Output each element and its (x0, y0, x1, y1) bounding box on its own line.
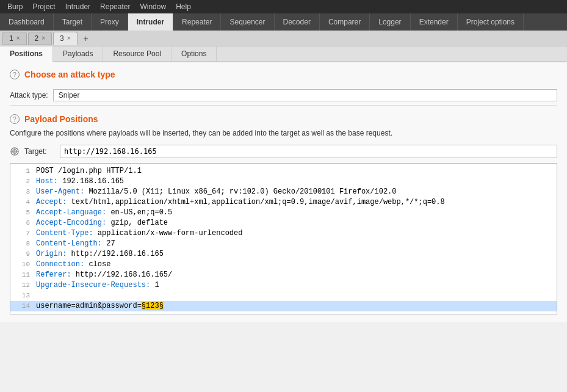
payload-positions-header: ? Payload Positions (10, 114, 557, 124)
table-row: 4 Accept: text/html,application/xhtml+xm… (10, 197, 557, 208)
tab-intruder[interactable]: Intruder (128, 13, 173, 31)
add-tab-button[interactable]: + (79, 32, 93, 45)
attack-type-section-header: ? Choose an attack type (10, 70, 557, 79)
main-content: ? Choose an attack type Attack type: ? P… (0, 62, 567, 322)
payload-positions-description: Configure the positions where payloads w… (10, 129, 557, 137)
menu-help[interactable]: Help (171, 1, 196, 12)
target-input[interactable] (60, 145, 557, 158)
tab-proxy[interactable]: Proxy (92, 13, 128, 31)
sub-tab-2[interactable]: 2 × (28, 32, 52, 45)
table-row: 7 Content-Type: application/x-www-form-u… (10, 228, 557, 239)
table-row: 14 username=admin&password=§123§ (10, 301, 557, 311)
menu-project[interactable]: Project (27, 1, 60, 12)
table-row: 8 Content-Length: 27 (10, 239, 557, 249)
attack-type-row: Attack type: (10, 85, 557, 106)
table-row: 6 Accept-Encoding: gzip, deflate (10, 218, 557, 228)
target-label: Target: (24, 147, 55, 156)
close-tab-2[interactable]: × (42, 35, 45, 42)
target-row: Target: (10, 145, 557, 158)
menu-repeater[interactable]: Repeater (95, 1, 135, 12)
menu-burp[interactable]: Burp (2, 1, 27, 12)
main-tab-bar: Dashboard Target Proxy Intruder Repeater… (0, 13, 567, 31)
tab-resource-pool[interactable]: Resource Pool (103, 46, 172, 61)
tab-sequencer[interactable]: Sequencer (221, 13, 274, 31)
table-row: 13 (10, 291, 557, 301)
sub-tab-1[interactable]: 1 × (2, 32, 27, 45)
section-tab-bar: Positions Payloads Resource Pool Options (0, 46, 567, 62)
payload-positions-help-icon[interactable]: ? (10, 114, 20, 124)
attack-type-help-icon[interactable]: ? (10, 70, 20, 79)
tab-positions[interactable]: Positions (0, 46, 53, 62)
tab-target[interactable]: Target (54, 13, 92, 31)
tab-payloads[interactable]: Payloads (53, 46, 103, 61)
payload-marker: §123§ (142, 302, 164, 310)
close-tab-3[interactable]: × (67, 35, 71, 42)
table-row: 1 POST /login.php HTTP/1.1 (10, 166, 557, 176)
menu-bar: Burp Project Intruder Repeater Window He… (0, 0, 567, 13)
table-row: 11 Referer: http://192.168.16.165/ (10, 270, 557, 280)
menu-intruder[interactable]: Intruder (60, 1, 95, 12)
attack-type-input[interactable] (53, 89, 557, 101)
sub-tab-3[interactable]: 3 × (53, 32, 78, 45)
menu-window[interactable]: Window (135, 1, 171, 12)
attack-type-label: Attack type: (10, 91, 48, 100)
table-row: 5 Accept-Language: en-US,en;q=0.5 (10, 208, 557, 218)
tab-decoder[interactable]: Decoder (275, 13, 320, 31)
table-row: 10 Connection: close (10, 260, 557, 270)
close-tab-1[interactable]: × (16, 35, 20, 42)
tab-dashboard[interactable]: Dashboard (0, 13, 54, 31)
request-editor[interactable]: 1 POST /login.php HTTP/1.1 2 Host: 192.1… (10, 163, 557, 314)
tab-logger[interactable]: Logger (370, 13, 410, 31)
attack-type-title: Choose an attack type (24, 70, 115, 79)
table-row: 12 Upgrade-Insecure-Requests: 1 (10, 280, 557, 291)
table-row: 2 Host: 192.168.16.165 (10, 176, 557, 187)
tab-extender[interactable]: Extender (411, 13, 458, 31)
sub-tab-bar: 1 × 2 × 3 × + (0, 31, 567, 46)
table-row: 3 User-Agent: Mozilla/5.0 (X11; Linux x8… (10, 187, 557, 197)
tab-comparer[interactable]: Comparer (320, 13, 370, 31)
tab-options[interactable]: Options (172, 46, 217, 61)
target-icon (10, 147, 20, 156)
table-row: 9 Origin: http://192.168.16.165 (10, 249, 557, 260)
tab-repeater[interactable]: Repeater (173, 13, 221, 31)
tab-project-options[interactable]: Project options (458, 13, 524, 31)
payload-positions-title: Payload Positions (24, 114, 98, 124)
